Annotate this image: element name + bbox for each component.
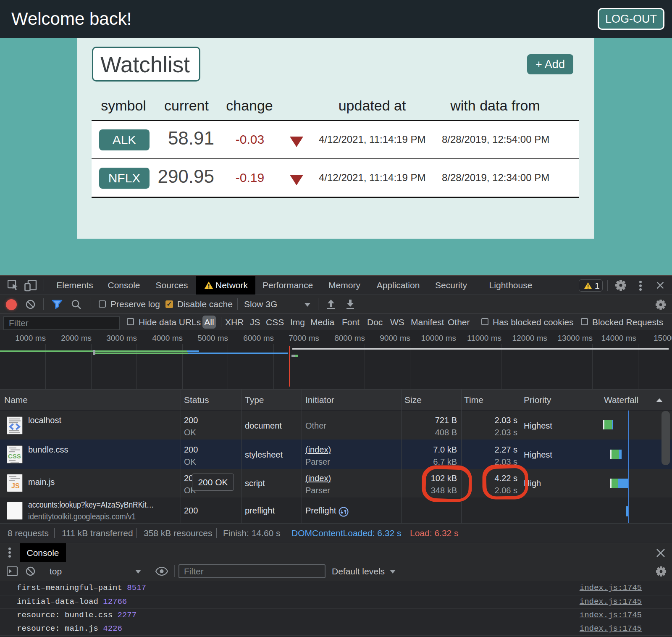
svg-text:CSS: CSS [8,453,21,460]
svg-text:JS: JS [11,482,20,490]
